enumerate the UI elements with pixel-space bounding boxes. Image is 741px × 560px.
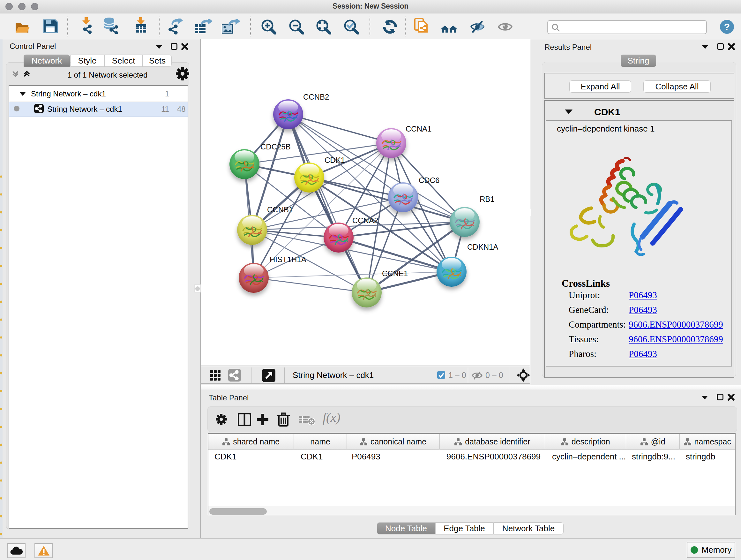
svg-text:?: ?	[724, 21, 730, 32]
